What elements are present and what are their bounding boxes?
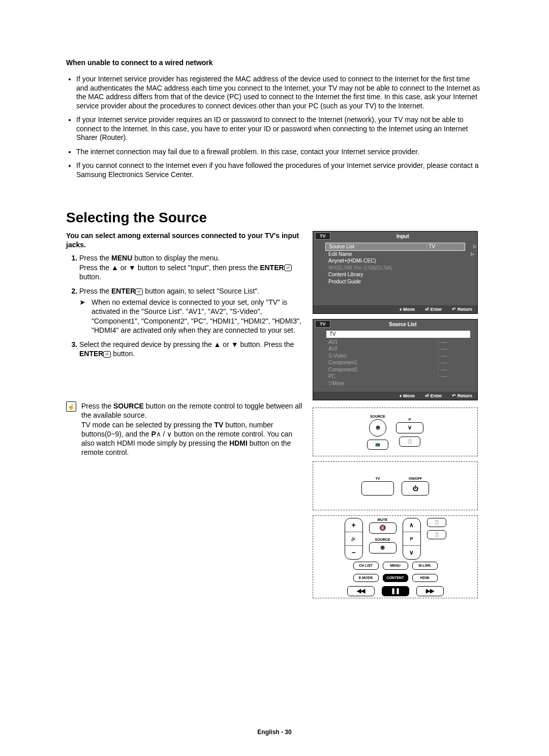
remote-emode-button: E.MODE [353, 574, 379, 582]
enter-icon: ⏎ [103, 351, 111, 358]
steps-list: Press the MENU button to display the men… [66, 253, 302, 358]
remote-diagram-bottom: + 🔊 − MUTE 🔇 SOURCE ⊕ ∧ [313, 515, 478, 598]
chevron-right-icon: ▷ [471, 251, 474, 257]
intro-text: You can select among external sources co… [66, 231, 302, 249]
osd-source-selected-tv: TV [326, 331, 470, 338]
chevron-right-icon: ▷ [473, 243, 477, 249]
osd-source-pc: PC: ---- [328, 373, 468, 380]
troubleshoot-title: When unable to connect to a wired networ… [66, 59, 483, 67]
step-2-note: When no external device is connected to … [92, 298, 302, 335]
osd-move-hint: ♦ Move [400, 393, 415, 398]
remote-small-button: 📋 [427, 530, 446, 539]
troubleshoot-list: If your Internet service provider has re… [66, 75, 483, 179]
osd-input-product-guide: Product Guide [328, 278, 462, 285]
remote-menu-button: MENU [383, 562, 408, 570]
step-2: Press the ENTER⏎ button again, to select… [79, 286, 302, 335]
remote-content-button: CONTENT [383, 574, 408, 582]
osd-enter-hint: ⏎ Enter [425, 393, 442, 398]
remote-tip-text: Press the SOURCE button on the remote co… [81, 401, 302, 457]
remote-small-button: 📋 [427, 518, 446, 527]
troubleshoot-bullet: If you cannot connect to the Internet ev… [76, 161, 483, 179]
osd-title: Input [330, 234, 475, 239]
remote-tv-button [361, 481, 394, 496]
remote-diagram-source: SOURCE ⊕ 📺 P ∨ 📋 [313, 408, 478, 456]
osd-title: Source List [330, 322, 475, 327]
page-footer: English - 30 [0, 729, 549, 736]
remote-rewind-button: ◀◀ [347, 586, 375, 596]
osd-input-content-library: Content Library [328, 271, 462, 278]
step-1: Press the MENU button to display the men… [79, 253, 302, 281]
remote-chlist-button: CH LIST [353, 562, 379, 570]
osd-input-edit-name: Edit Name ▷ [328, 251, 462, 258]
remote-tip-icon: ☝ [66, 401, 76, 412]
osd-source-av1: AV1: ---- [328, 339, 468, 346]
osd-tv-badge: TV [315, 321, 330, 328]
remote-p-up-button: ∨ [396, 422, 423, 433]
step-3: Select the required device by pressing t… [79, 340, 302, 358]
osd-tv-badge: TV [315, 232, 330, 240]
osd-enter-hint: ⏎ Enter [425, 307, 442, 312]
remote-source-small-button: ⊕ [369, 542, 396, 554]
troubleshoot-bullet: If your Internet service provider requir… [76, 115, 483, 142]
osd-input-menu: TV Input Source List : TV ▷ Edit Name ▷ … [313, 231, 478, 314]
remote-pause-button: ❚❚ [382, 586, 409, 596]
osd-return-hint: ↶ Return [452, 307, 472, 312]
enter-icon: ⏎ [284, 265, 292, 271]
remote-source-button: ⊕ [369, 419, 386, 437]
remote-p-rocker: ∧ P ∨ [403, 518, 421, 560]
osd-input-source-list: Source List : TV ▷ [325, 243, 465, 251]
section-heading: Selecting the Source [66, 210, 483, 226]
osd-source-svideo: S-Video: ---- [328, 353, 468, 360]
osd-source-av2: AV2: ---- [328, 345, 468, 353]
remote-tv-small-button: 📺 [367, 440, 388, 450]
remote-guide-button: 📋 [399, 437, 420, 447]
troubleshoot-bullet: If your Internet service provider has re… [76, 75, 483, 110]
note-arrow-icon: ➤ [79, 298, 88, 335]
osd-move-hint: ♦ Move [400, 307, 415, 312]
remote-onoff-button: ⏻ [402, 481, 429, 496]
osd-source-component1: Component1: ---- [328, 359, 468, 366]
remote-hdmi-button: HDMI [412, 574, 438, 582]
osd-return-hint: ↶ Return [452, 393, 472, 398]
remote-diagram-tv: TV ON/OFF ⏻ [313, 461, 478, 510]
troubleshoot-bullet: The internet connection may fail due to … [76, 148, 483, 157]
osd-source-more: ▽More [328, 380, 468, 387]
osd-input-anynet: Anynet+(HDMI-CEC) [328, 257, 462, 265]
enter-icon: ⏎ [135, 288, 143, 295]
osd-source-component2: Component2: ---- [328, 366, 468, 373]
remote-mute-button: 🔇 [369, 522, 396, 534]
osd-source-list: TV Source List TV AV1: ---- AV2: ---- S-… [313, 319, 478, 400]
remote-volume-rocker: + 🔊 − [345, 518, 363, 560]
remote-forward-button: ▶▶ [416, 586, 444, 596]
osd-input-wiselink: WISELINK Pro (USB/DLNA) [328, 265, 462, 272]
remote-wlink-button: W.LINK [412, 562, 438, 570]
